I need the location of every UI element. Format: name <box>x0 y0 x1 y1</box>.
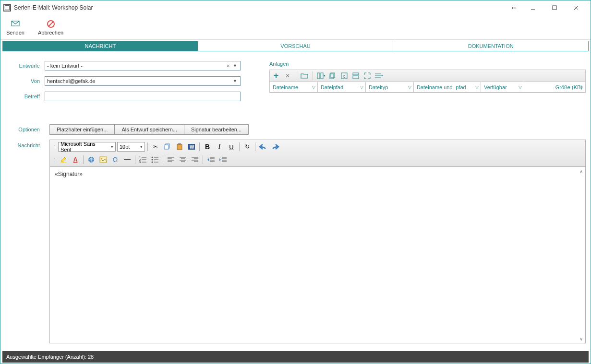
main-toolbar: Senden Abbrechen <box>0 15 591 40</box>
insert-image-icon[interactable] <box>98 155 109 164</box>
outdent-icon[interactable] <box>205 155 216 164</box>
attachments-header: Dateiname▽ Dateipfad▽ Dateityp▽ Dateinam… <box>270 82 585 93</box>
open-folder-icon[interactable] <box>300 71 309 80</box>
filter-icon[interactable]: ▽ <box>519 85 522 90</box>
subject-label: Betreff <box>5 94 45 99</box>
col-fullpath[interactable]: Dateiname und -pfad▽ <box>414 82 481 92</box>
redo-button[interactable] <box>270 142 280 152</box>
scrollbar[interactable]: ∧ ∨ <box>578 168 584 342</box>
align-center-icon[interactable] <box>178 155 188 164</box>
svg-point-34 <box>152 157 153 158</box>
font-size-select[interactable]: 10pt <box>117 142 145 152</box>
bullet-list-icon[interactable] <box>150 155 160 164</box>
font-color-icon[interactable]: A <box>70 155 81 164</box>
svg-rect-7 <box>321 73 323 79</box>
bold-button[interactable]: B <box>202 142 213 152</box>
titlebar: Serien-E-Mail: Workshop Solar ↔ <box>0 0 591 15</box>
grip-icon: ⋮ <box>52 144 57 150</box>
tab-preview[interactable]: VORSCHAU <box>198 41 394 51</box>
attachments-label: Anlagen <box>269 61 586 67</box>
maximize-button[interactable] <box>543 1 565 14</box>
cancel-icon <box>46 19 56 29</box>
message-label: Nachricht <box>5 140 45 343</box>
columns-icon[interactable]: ▾ <box>317 71 326 80</box>
chevron-down-icon[interactable]: ▼ <box>232 63 238 68</box>
subject-input[interactable] <box>45 92 241 101</box>
statusbar: Ausgewählte Empfänger (Anzahl): 28 <box>2 351 589 363</box>
drafts-value: - kein Entwurf - <box>47 63 225 69</box>
insert-placeholder-button[interactable]: Platzhalter einfügen... <box>49 124 115 135</box>
remove-attachment-icon[interactable]: ✕ <box>283 71 292 80</box>
col-available[interactable]: Verfügbar▽ <box>481 82 524 92</box>
refresh-icon[interactable]: ↻ <box>242 142 253 152</box>
options-label: Optionen <box>5 127 45 132</box>
col-filepath[interactable]: Dateipfad▽ <box>318 82 366 92</box>
close-button[interactable] <box>565 1 587 14</box>
cut-icon[interactable]: ✂ <box>150 142 161 152</box>
svg-rect-23 <box>60 162 66 163</box>
from-select[interactable]: hentschel@gefak.de ▼ <box>45 76 241 86</box>
editor-content: «Signatur» <box>55 171 83 177</box>
align-right-icon[interactable] <box>190 155 200 164</box>
italic-button[interactable]: I <box>214 142 225 152</box>
svg-rect-1 <box>553 6 556 10</box>
tab-documentation[interactable]: DOKUMENTATION <box>393 41 588 51</box>
col-filetype[interactable]: Dateityp▽ <box>366 82 414 92</box>
cancel-button[interactable]: Abbrechen <box>36 18 65 36</box>
copy-icon[interactable] <box>162 142 173 152</box>
font-family-select[interactable]: Microsoft Sans Serif <box>58 142 116 152</box>
editor-body[interactable]: «Signatur» ∧ ∨ <box>49 166 586 343</box>
layout-icon[interactable] <box>351 71 360 80</box>
editor-toolbar: ⋮ Microsoft Sans Serif 10pt ✂ W B I U ↻ <box>49 140 586 166</box>
filter-icon[interactable]: ▽ <box>408 85 411 90</box>
svg-point-35 <box>152 159 153 161</box>
resize-handle-icon[interactable]: ↔ <box>510 4 517 12</box>
filter-icon[interactable]: ▽ <box>580 85 583 90</box>
minimize-button[interactable] <box>522 1 543 14</box>
app-icon <box>3 4 11 12</box>
indent-icon[interactable] <box>217 155 228 164</box>
export-excel-icon[interactable]: x <box>340 71 349 80</box>
scroll-up-icon[interactable]: ∧ <box>578 168 584 175</box>
from-label: Von <box>5 78 45 84</box>
col-size[interactable]: Größe (KB)▽ <box>524 82 585 92</box>
highlight-color-icon[interactable] <box>58 155 69 164</box>
undo-button[interactable] <box>258 142 268 152</box>
word-icon[interactable]: W <box>186 142 197 152</box>
add-attachment-icon[interactable]: + <box>272 71 280 80</box>
svg-rect-20 <box>178 143 181 145</box>
copy-icon[interactable] <box>328 71 337 80</box>
send-icon <box>11 19 20 29</box>
edit-signature-button[interactable]: Signatur bearbeiten... <box>184 124 249 135</box>
drafts-select[interactable]: - kein Entwurf - ✕ ▼ <box>45 61 241 70</box>
attachments-toolbar: + ✕ ▾ x ▾ <box>269 70 586 82</box>
svg-rect-18 <box>165 145 169 149</box>
filter-icon[interactable]: ▽ <box>312 85 315 90</box>
svg-line-5 <box>48 22 53 26</box>
svg-text:W: W <box>190 144 194 150</box>
tab-strip: NACHRICHT VORSCHAU DOKUMENTATION <box>2 41 589 51</box>
numbered-list-icon[interactable]: 123 <box>138 155 148 164</box>
filter-icon[interactable]: ▽ <box>360 85 363 90</box>
expand-icon[interactable] <box>363 71 372 80</box>
symbol-icon[interactable]: Ω <box>110 155 121 164</box>
paste-icon[interactable] <box>174 142 185 152</box>
svg-rect-19 <box>177 144 182 150</box>
clear-icon[interactable]: ✕ <box>225 63 231 69</box>
horizontal-rule-icon[interactable] <box>122 155 133 164</box>
underline-button[interactable]: U <box>226 142 237 152</box>
save-as-draft-button[interactable]: Als Entwurf speichern... <box>114 124 184 135</box>
hyperlink-icon[interactable] <box>86 155 96 164</box>
send-button[interactable]: Senden <box>4 18 26 36</box>
scroll-down-icon[interactable]: ∨ <box>578 335 584 342</box>
status-text: Ausgewählte Empfänger (Anzahl): 28 <box>6 354 94 360</box>
col-filename[interactable]: Dateiname▽ <box>270 82 318 92</box>
list-icon[interactable]: ▾ <box>374 71 383 80</box>
svg-rect-6 <box>317 73 320 79</box>
chevron-down-icon[interactable]: ▼ <box>232 79 238 83</box>
filter-icon[interactable]: ▽ <box>475 85 479 90</box>
tab-message[interactable]: NACHRICHT <box>3 41 198 51</box>
svg-text:x: x <box>343 74 345 79</box>
align-left-icon[interactable] <box>166 155 176 164</box>
svg-rect-13 <box>353 76 359 79</box>
